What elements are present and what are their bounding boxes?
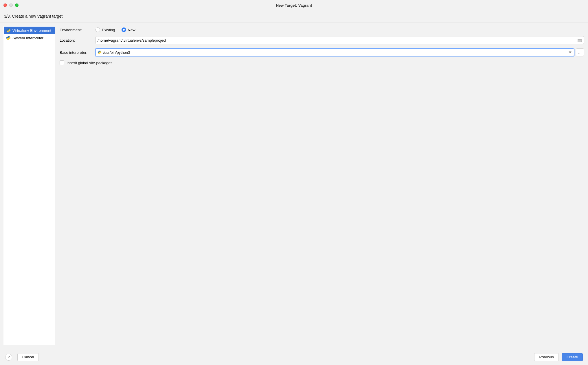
- checkbox-icon: [60, 60, 64, 65]
- base-interpreter-label: Base interpreter:: [60, 50, 92, 55]
- window-controls: [3, 3, 19, 7]
- sidebar-item-label: System Interpreter: [12, 36, 43, 40]
- ellipsis-icon: ...: [578, 50, 582, 55]
- python-icon: [6, 28, 11, 33]
- window-title: New Target: Vagrant: [0, 3, 588, 8]
- interpreter-type-list: Virtualenv Environment System Interprete…: [3, 26, 55, 345]
- create-button[interactable]: Create: [562, 353, 583, 361]
- sidebar-item-system-interpreter[interactable]: System Interpreter: [4, 34, 55, 42]
- content-area: Virtualenv Environment System Interprete…: [0, 23, 588, 349]
- radio-indicator-icon: [95, 27, 100, 32]
- location-value: /home/vagrant/.virtualenvs/sampleproject: [98, 38, 166, 43]
- radio-existing[interactable]: Existing: [95, 27, 115, 32]
- location-row: Location: /home/vagrant/.virtualenvs/sam…: [60, 36, 584, 44]
- radio-label: New: [128, 28, 135, 32]
- environment-label: Environment:: [60, 28, 92, 32]
- titlebar: New Target: Vagrant: [0, 0, 588, 10]
- sidebar-item-label: Virtualenv Environment: [12, 28, 51, 33]
- location-label: Location:: [60, 38, 92, 43]
- previous-button[interactable]: Previous: [534, 353, 559, 361]
- inherit-checkbox[interactable]: Inherit global site-packages: [60, 60, 584, 65]
- minimize-icon: [9, 3, 13, 7]
- button-label: Previous: [539, 355, 554, 359]
- base-interpreter-value: /usr/bin/python3: [103, 50, 130, 55]
- help-button[interactable]: ?: [5, 354, 12, 361]
- environment-row: Environment: Existing New: [60, 27, 584, 32]
- close-icon[interactable]: [3, 3, 7, 7]
- base-interpreter-row: Base interpreter: /usr/bin/python3 ...: [60, 48, 584, 56]
- browse-interpreter-button[interactable]: ...: [576, 48, 584, 56]
- base-interpreter-dropdown[interactable]: /usr/bin/python3: [95, 48, 574, 56]
- checkbox-label: Inherit global site-packages: [67, 61, 112, 65]
- radio-new[interactable]: New: [122, 27, 135, 32]
- maximize-icon[interactable]: [15, 3, 19, 7]
- virtualenv-form: Environment: Existing New Location: /hom…: [60, 26, 584, 345]
- button-label: Create: [567, 355, 578, 359]
- location-input[interactable]: /home/vagrant/.virtualenvs/sampleproject: [95, 36, 584, 44]
- python-icon: [6, 36, 11, 40]
- cancel-button[interactable]: Cancel: [17, 353, 39, 361]
- button-label: Cancel: [22, 355, 34, 359]
- python-icon: [98, 50, 102, 54]
- dialog-footer: ? Cancel Previous Create: [0, 349, 588, 365]
- chevron-down-icon: [569, 51, 572, 53]
- folder-icon[interactable]: [577, 38, 582, 42]
- sidebar-item-virtualenv[interactable]: Virtualenv Environment: [4, 27, 55, 34]
- environment-radio-group: Existing New: [95, 27, 135, 32]
- step-label: 3/3. Create a new Vagrant target: [0, 10, 588, 23]
- radio-label: Existing: [102, 28, 115, 32]
- help-icon: ?: [8, 355, 10, 359]
- radio-indicator-icon: [122, 27, 126, 32]
